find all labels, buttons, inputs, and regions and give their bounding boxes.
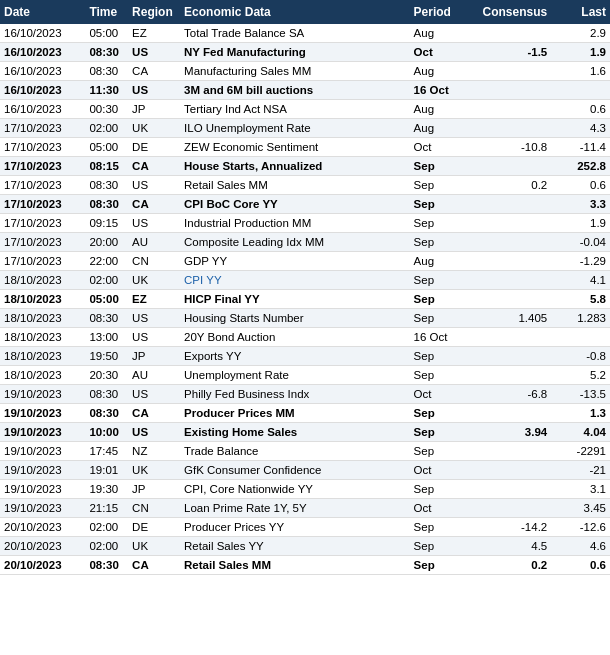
table-cell: 0.6 — [551, 556, 610, 575]
table-cell: -1.29 — [551, 252, 610, 271]
header-last: Last — [551, 0, 610, 24]
table-cell — [474, 461, 552, 480]
table-cell: Sep — [410, 480, 474, 499]
table-cell: 22:00 — [85, 252, 128, 271]
table-cell: 0.6 — [551, 100, 610, 119]
table-cell: -14.2 — [474, 518, 552, 537]
table-cell: Aug — [410, 100, 474, 119]
table-row: 20/10/202302:00DEProducer Prices YYSep-1… — [0, 518, 610, 537]
table-cell — [474, 347, 552, 366]
table-cell[interactable]: CPI YY — [180, 271, 410, 290]
table-cell: 05:00 — [85, 138, 128, 157]
table-cell: Oct — [410, 43, 474, 62]
table-cell: ZEW Economic Sentiment — [180, 138, 410, 157]
table-cell — [474, 24, 552, 43]
table-cell: Trade Balance — [180, 442, 410, 461]
table-cell: 4.04 — [551, 423, 610, 442]
table-cell: 1.6 — [551, 62, 610, 81]
table-cell: 17/10/2023 — [0, 214, 85, 233]
header-economic-data: Economic Data — [180, 0, 410, 24]
table-row: 17/10/202308:30CACPI BoC Core YYSep3.3 — [0, 195, 610, 214]
table-cell: CA — [128, 195, 180, 214]
table-cell: Philly Fed Business Indx — [180, 385, 410, 404]
table-cell: 02:00 — [85, 518, 128, 537]
table-row: 19/10/202319:30JPCPI, Core Nationwide YY… — [0, 480, 610, 499]
table-cell: 17/10/2023 — [0, 119, 85, 138]
table-row: 17/10/202320:00AUComposite Leading Idx M… — [0, 233, 610, 252]
table-cell: 16 Oct — [410, 81, 474, 100]
table-row: 16/10/202300:30JPTertiary Ind Act NSAAug… — [0, 100, 610, 119]
table-cell: 5.2 — [551, 366, 610, 385]
table-cell: Oct — [410, 385, 474, 404]
table-cell: 3M and 6M bill auctions — [180, 81, 410, 100]
table-cell — [474, 404, 552, 423]
table-cell: Sep — [410, 195, 474, 214]
table-cell: Sep — [410, 214, 474, 233]
table-cell: US — [128, 176, 180, 195]
table-cell: US — [128, 81, 180, 100]
table-cell: Housing Starts Number — [180, 309, 410, 328]
table-cell — [474, 214, 552, 233]
table-row: 16/10/202311:30US3M and 6M bill auctions… — [0, 81, 610, 100]
table-row: 18/10/202313:00US20Y Bond Auction16 Oct — [0, 328, 610, 347]
table-cell: 17/10/2023 — [0, 138, 85, 157]
table-cell: 02:00 — [85, 271, 128, 290]
table-row: 16/10/202308:30USNY Fed ManufacturingOct… — [0, 43, 610, 62]
table-cell — [474, 81, 552, 100]
table-cell: 17/10/2023 — [0, 252, 85, 271]
table-cell: US — [128, 43, 180, 62]
table-cell: 0.2 — [474, 176, 552, 195]
table-cell — [474, 442, 552, 461]
table-cell: HICP Final YY — [180, 290, 410, 309]
table-row: 17/10/202302:00UKILO Unemployment RateAu… — [0, 119, 610, 138]
table-cell: 08:30 — [85, 62, 128, 81]
table-cell: 20Y Bond Auction — [180, 328, 410, 347]
table-cell: 19:50 — [85, 347, 128, 366]
table-cell: 3.3 — [551, 195, 610, 214]
table-cell: 20/10/2023 — [0, 556, 85, 575]
table-cell — [474, 62, 552, 81]
table-cell: 1.9 — [551, 43, 610, 62]
table-row: 18/10/202320:30AUUnemployment RateSep5.2 — [0, 366, 610, 385]
table-cell: 16/10/2023 — [0, 24, 85, 43]
table-cell: Sep — [410, 366, 474, 385]
table-cell: Sep — [410, 442, 474, 461]
table-cell: ILO Unemployment Rate — [180, 119, 410, 138]
table-cell: 3.45 — [551, 499, 610, 518]
table-cell: JP — [128, 347, 180, 366]
table-cell: 18/10/2023 — [0, 366, 85, 385]
table-cell: 16 Oct — [410, 328, 474, 347]
table-cell: Unemployment Rate — [180, 366, 410, 385]
table-cell: 08:30 — [85, 176, 128, 195]
table-row: 17/10/202309:15USIndustrial Production M… — [0, 214, 610, 233]
table-cell: 08:15 — [85, 157, 128, 176]
table-cell: 19/10/2023 — [0, 499, 85, 518]
table-cell: 3.1 — [551, 480, 610, 499]
table-cell: NY Fed Manufacturing — [180, 43, 410, 62]
table-cell: 16/10/2023 — [0, 100, 85, 119]
table-cell: Sep — [410, 404, 474, 423]
table-cell: Composite Leading Idx MM — [180, 233, 410, 252]
table-row: 19/10/202321:15CNLoan Prime Rate 1Y, 5YO… — [0, 499, 610, 518]
table-cell: AU — [128, 233, 180, 252]
table-cell: Sep — [410, 556, 474, 575]
table-cell: Sep — [410, 309, 474, 328]
table-cell: 17:45 — [85, 442, 128, 461]
table-cell: Sep — [410, 423, 474, 442]
table-cell: 19/10/2023 — [0, 461, 85, 480]
table-cell: Sep — [410, 290, 474, 309]
table-cell: 4.5 — [474, 537, 552, 556]
table-cell: 5.8 — [551, 290, 610, 309]
table-cell: 09:15 — [85, 214, 128, 233]
table-cell: Sep — [410, 537, 474, 556]
table-cell: 11:30 — [85, 81, 128, 100]
table-cell: Aug — [410, 119, 474, 138]
table-cell: -12.6 — [551, 518, 610, 537]
table-cell: Retail Sales MM — [180, 176, 410, 195]
table-cell: US — [128, 385, 180, 404]
table-cell: UK — [128, 119, 180, 138]
table-cell: UK — [128, 537, 180, 556]
table-cell: -1.5 — [474, 43, 552, 62]
header-date: Date — [0, 0, 85, 24]
table-cell: Aug — [410, 62, 474, 81]
